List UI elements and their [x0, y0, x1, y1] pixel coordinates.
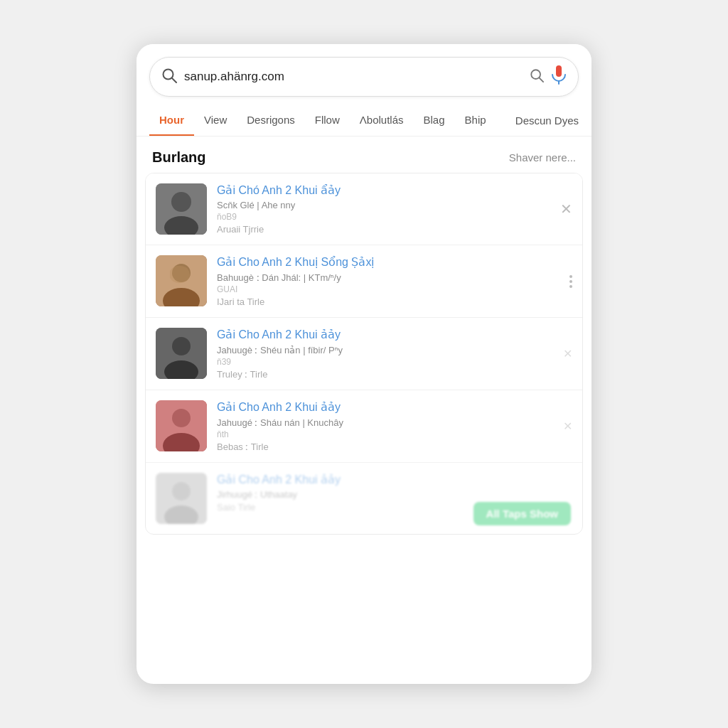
result-subtitle: Bahuugè ː Dán Jhál: | KTm/ⁿ/y	[217, 272, 572, 283]
list-item: Gải Cho Anh 2 Khui ảảy Jahuugè ː Shéu nả…	[146, 318, 582, 390]
svg-point-13	[172, 337, 191, 355]
result-id: ň39	[217, 357, 572, 367]
svg-point-19	[172, 482, 191, 500]
search-input[interactable]	[184, 70, 523, 84]
phone-frame: Hour View Desrigons Fllow Λbolutlás Blag…	[136, 44, 592, 684]
result-subtitle: Jahuugé ː Sháu nán | Knuchây	[217, 417, 572, 428]
result-title[interactable]: Gải Chó Anh 2 Khui ẩảy	[217, 183, 572, 198]
search-bar-area	[136, 44, 592, 104]
list-item: Gải Cho Anh 2 Khui ảảy Jirhuugé ː Uthaat…	[146, 463, 582, 534]
tab-desrigons[interactable]: Desrigons	[237, 104, 305, 136]
result-thumbnail	[156, 328, 207, 379]
result-thumbnail	[156, 473, 207, 524]
search-right-icon[interactable]	[530, 68, 544, 86]
svg-point-16	[172, 409, 191, 427]
result-id: GUAI	[217, 284, 572, 294]
close-icon[interactable]: ✕	[563, 347, 572, 360]
search-left-icon	[161, 68, 177, 87]
result-subtitle: Jahuugè ː Shéu nản | fíbir/ Pⁿy	[217, 345, 572, 355]
result-info: Gải Cho Anh 2 Khuị Sổng Ṣảxị Bahuugè ː D…	[217, 255, 572, 307]
result-title[interactable]: Gải Cho Anh 2 Khuị Sổng Ṣảxị	[217, 255, 572, 270]
tab-blag[interactable]: Blag	[414, 104, 455, 136]
result-id: ňoB9	[217, 212, 572, 222]
result-title[interactable]: Gải Cho Anh 2 Khui ảảy	[217, 328, 572, 343]
tab-aboutlas[interactable]: Λbolutlás	[350, 104, 414, 136]
section-title: Burlang	[152, 149, 206, 166]
svg-line-1	[172, 78, 176, 82]
tab-fllow[interactable]: Fllow	[305, 104, 350, 136]
result-info: Gải Chó Anh 2 Khui ẩảy Scňk Glé | Ahe nn…	[217, 183, 572, 235]
result-id: ňth	[217, 429, 572, 439]
result-meta: IJari ta Tirle	[217, 296, 572, 307]
list-item: Gải Cho Anh 2 Khuị Sổng Ṣảxị Bahuugè ː D…	[146, 245, 582, 318]
svg-point-7	[171, 192, 191, 212]
tab-view[interactable]: View	[194, 104, 237, 136]
list-item: Gải Chó Anh 2 Khui ẩảy Scňk Glé | Ahe nn…	[146, 173, 582, 246]
voice-icon[interactable]	[551, 65, 567, 89]
close-icon[interactable]: ✕	[560, 200, 572, 218]
result-meta: Truley ː Tirle	[217, 369, 572, 380]
svg-line-3	[540, 77, 543, 81]
result-info: Gải Cho Anh 2 Khui ảảy Jahuugè ː Shéu nả…	[217, 328, 572, 380]
result-subtitle: Scňk Glé | Ahe nny	[217, 200, 572, 210]
tab-bhip[interactable]: Bhip	[455, 104, 496, 136]
show-more-button[interactable]: All Taps Show	[473, 502, 571, 525]
search-bar[interactable]	[149, 57, 579, 97]
list-item: Gải Cho Anh 2 Khui ảảy Jahuugé ː Sháu ná…	[146, 390, 582, 463]
result-subtitle: Jirhuugé ː Uthaatay	[217, 489, 572, 500]
tab-hour[interactable]: Hour	[149, 104, 194, 136]
result-info: Gải Cho Anh 2 Khui ảảy Jahuugé ː Sháu ná…	[217, 400, 572, 452]
result-thumbnail	[156, 255, 207, 306]
svg-rect-4	[556, 65, 562, 77]
close-icon[interactable]: ✕	[563, 419, 572, 433]
results-list: Gải Chó Anh 2 Khui ẩảy Scňk Glé | Ahe nn…	[145, 173, 583, 535]
nav-tabs: Hour View Desrigons Fllow Λbolutlás Blag…	[136, 104, 592, 136]
result-thumbnail	[156, 183, 207, 235]
result-title[interactable]: Gải Cho Anh 2 Khui ảảy	[217, 400, 572, 415]
more-options-icon[interactable]	[569, 275, 572, 288]
section-header: Burlang Shaver nere...	[136, 136, 592, 173]
tab-descun-dyes[interactable]: Descun Dyes	[505, 105, 579, 135]
result-thumbnail	[156, 400, 207, 451]
result-meta: Aruaii Tjrrie	[217, 224, 572, 235]
result-title: Gải Cho Anh 2 Khui ảảy	[217, 473, 572, 488]
result-meta: Bebas ː Tirle	[217, 441, 572, 452]
section-action[interactable]: Shaver nere...	[509, 151, 576, 164]
